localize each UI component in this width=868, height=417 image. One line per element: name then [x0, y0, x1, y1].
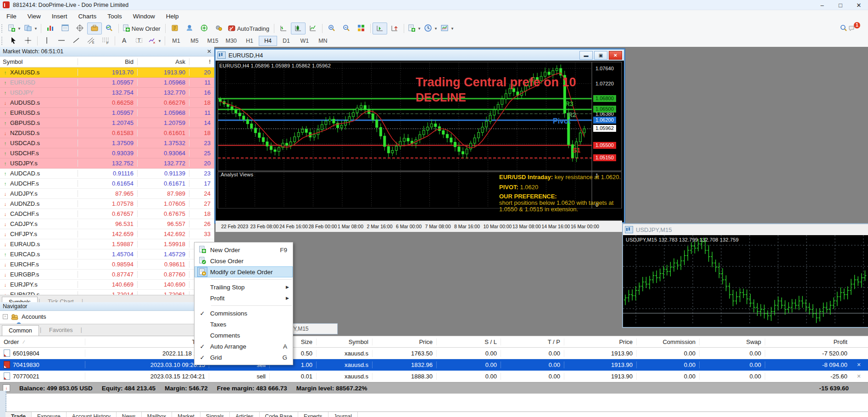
menu-tools[interactable]: Tools	[102, 11, 128, 22]
symbol-row-eurnzd-s[interactable]: ↓EURNZD.s1.720141.72061	[0, 290, 214, 295]
context-menu-item-comments[interactable]: Comments	[195, 330, 293, 341]
context-menu-item-grid[interactable]: ✓GridG	[195, 352, 293, 363]
profiles-button[interactable]: ▼	[22, 23, 39, 34]
tile-windows-button[interactable]	[354, 23, 368, 34]
dropdown-arrow-icon[interactable]: ▼	[17, 27, 21, 31]
toolbox-tab-articles[interactable]: Articles	[230, 412, 259, 417]
tab-common[interactable]: Common	[2, 325, 39, 336]
menu-file[interactable]: File	[1, 11, 22, 22]
toolbox-tab-mailbox[interactable]: Mailbox	[142, 412, 172, 417]
dropdown-arrow-icon[interactable]: ▼	[158, 39, 161, 43]
new-chart-button[interactable]: ▼	[6, 23, 22, 34]
tree-expander-icon[interactable]: −	[3, 314, 8, 319]
timeframe-d1-button[interactable]: D1	[277, 36, 295, 46]
metaeditor-button[interactable]	[167, 23, 182, 34]
context-menu-item-close-order[interactable]: Close Order	[195, 255, 293, 266]
timeframe-mn-button[interactable]: MN	[314, 36, 332, 46]
menu-view[interactable]: View	[22, 11, 46, 22]
column-header-ask[interactable]: Ask	[138, 58, 189, 65]
shapes-button[interactable]: ▼	[146, 35, 163, 47]
chart-close-button[interactable]: ✕	[609, 51, 622, 60]
order-row-70419830[interactable]: 704198302023.03.10 09:26:15sell1.00xauus…	[0, 359, 868, 371]
context-menu-item-auto-arrange[interactable]: ✓Auto ArrangeA	[195, 341, 293, 352]
indicators-button[interactable]: ▼	[406, 23, 423, 34]
chart-window-usdjpy-m15[interactable]: USDJPY,M15 USDJPY,M15 132.783 132.799 13…	[622, 223, 868, 328]
toolbox-tab-signals[interactable]: Signals	[200, 412, 230, 417]
orders-column-symbol[interactable]: Symbol	[317, 338, 373, 345]
context-menu-item-modify-or-delete-order[interactable]: Modify or Delete Order	[195, 266, 293, 277]
options-button[interactable]	[211, 23, 226, 34]
dropdown-arrow-icon[interactable]: ▼	[417, 27, 421, 31]
market-watch-button[interactable]	[43, 23, 58, 34]
crosshair-window-button[interactable]	[72, 23, 87, 34]
symbol-row-audnzd-s[interactable]: ↓AUDNZD.s1.075781.0760527	[0, 199, 214, 209]
symbol-row-usdcad-s[interactable]: ↑USDCAD.s1.375091.3753223	[0, 138, 214, 148]
toolbox-tab-code-base[interactable]: Code Base	[260, 412, 298, 417]
auto-scroll-button[interactable]	[387, 23, 402, 34]
menu-insert[interactable]: Insert	[46, 11, 73, 22]
toolbox-tab-account-history[interactable]: Account History	[67, 412, 117, 417]
symbol-row-xauusd-s[interactable]: ↑XAUUSD.s1913.701913.9020	[0, 68, 214, 78]
chart-minimize-button[interactable]: ▬	[579, 51, 593, 60]
symbol-row-eurgbp-s[interactable]: ↓EURGBP.s0.877470.87760	[0, 270, 214, 280]
channel-button[interactable]: E	[83, 35, 98, 47]
symbol-row-eurjpy-s[interactable]: ↓EURJPY.s140.669140.690	[0, 280, 214, 290]
zoom-in-button[interactable]	[324, 23, 339, 34]
symbol-row-chfjpy-s[interactable]: ↓CHFJPY.s142.659142.69233	[0, 229, 214, 239]
orders-column-t-p[interactable]: T / P	[501, 338, 564, 345]
timeframe-m30-button[interactable]: M30	[222, 36, 240, 46]
maximize-button[interactable]: □	[831, 0, 850, 10]
context-menu-item-trailing-stop[interactable]: Trailing Stop▶	[195, 282, 293, 293]
zoom-out-button[interactable]	[339, 23, 354, 34]
symbol-row-usdchf-s[interactable]: ↑USDCHF.s0.930390.9306425	[0, 148, 214, 158]
timeframe-h1-button[interactable]: H1	[240, 36, 259, 46]
toolbox-tab-news[interactable]: News	[117, 412, 142, 417]
orders-column-price[interactable]: Price	[564, 338, 637, 345]
column-header-bid[interactable]: Bid	[78, 58, 138, 65]
fibonacci-button[interactable]: F	[98, 35, 113, 47]
toolbar-grip[interactable]	[1, 24, 5, 33]
symbol-row-cadchf-s[interactable]: ↓CADCHF.s0.676570.6767518	[0, 209, 214, 219]
templates-button[interactable]: ▼	[439, 23, 456, 34]
community-button[interactable]	[182, 23, 197, 34]
vline-button[interactable]	[39, 35, 54, 47]
bar-chart-mode-button[interactable]	[276, 23, 291, 34]
close-button[interactable]: ✕	[850, 0, 868, 10]
symbol-row-audjpy-s[interactable]: ↓AUDJPY.s87.96587.98924	[0, 189, 214, 199]
autotrading-button[interactable]: AutoTrading	[226, 23, 272, 34]
tab-favorites[interactable]: Favorites	[42, 325, 79, 336]
new-order-button[interactable]: New Order	[121, 23, 163, 34]
symbol-row-cadjpy-s[interactable]: ↓CADJPY.s96.53196.55726	[0, 219, 214, 229]
orders-column-commission[interactable]: Commission	[637, 338, 700, 345]
toolbox-tab-exposure[interactable]: Exposure	[32, 412, 67, 417]
strategy-tester-button[interactable]	[102, 23, 117, 34]
column-header-symbol[interactable]: Symbol	[0, 58, 78, 65]
web-button[interactable]	[197, 23, 211, 34]
timeframe-w1-button[interactable]: W1	[295, 36, 314, 46]
symbol-row-nzdusd-s[interactable]: ↓NZDUSD.s0.615830.6160118	[0, 128, 214, 138]
crosshair-button[interactable]	[21, 35, 35, 47]
context-menu-item-commissions[interactable]: ✓Commissions	[195, 308, 293, 319]
orders-column-swap[interactable]: Swap	[700, 338, 765, 345]
order-row-65019804[interactable]: 650198042022.11.18 10:30.50xauusd.s1763.…	[0, 348, 868, 359]
hline-button[interactable]	[54, 35, 69, 47]
symbol-row-audusd-s[interactable]: ↓AUDUSD.s0.662580.6627618	[0, 98, 214, 108]
toolbox-tab-experts[interactable]: Experts	[298, 412, 328, 417]
toolbox-tab-market[interactable]: Market	[172, 412, 200, 417]
dropdown-arrow-icon[interactable]: ▼	[34, 27, 38, 31]
orders-column-time[interactable]: Time	[85, 338, 209, 345]
symbol-row-usdjpy[interactable]: ↑USDJPY132.754132.77016	[0, 88, 214, 98]
orders-column-profit[interactable]: Profit	[765, 338, 851, 345]
chart-shift-button[interactable]	[373, 23, 387, 34]
toolbar-grip[interactable]	[1, 37, 5, 45]
line-chart-mode-button[interactable]	[306, 23, 320, 34]
orders-column-order[interactable]: Order∕	[0, 338, 85, 345]
data-window-button[interactable]	[58, 23, 72, 34]
chart-eurusd-canvas[interactable]: EURUSD,H4 1.05896 1.05989 1.05862 1.0596…	[216, 61, 622, 220]
symbol-row-eurchf-s[interactable]: ↓EURCHF.s0.985940.98611	[0, 259, 214, 270]
close-order-icon[interactable]: ✕	[851, 373, 867, 379]
menu-charts[interactable]: Charts	[73, 11, 102, 22]
context-menu-item-profit[interactable]: Profit▶	[195, 293, 293, 304]
close-order-icon[interactable]: ✕	[851, 362, 867, 368]
orders-column-price[interactable]: Price	[373, 338, 437, 345]
